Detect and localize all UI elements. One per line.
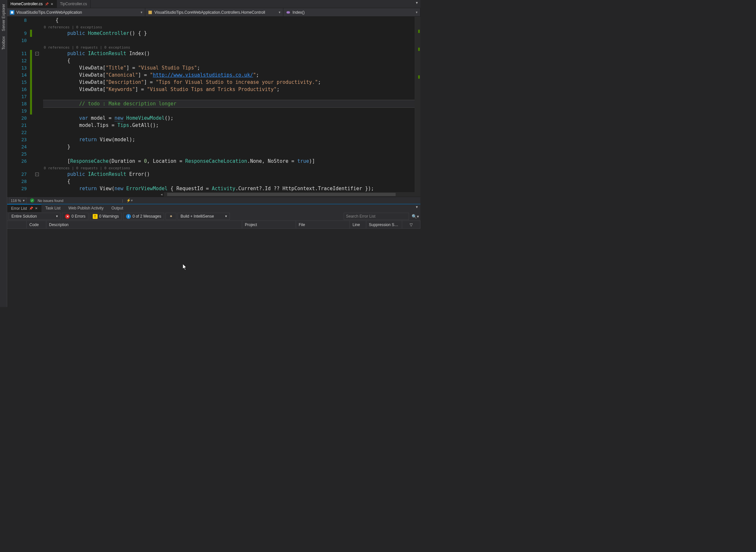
issues-label: No issues found: [37, 199, 63, 202]
line-number: 10: [7, 38, 30, 43]
method-icon: [286, 10, 291, 15]
chevron-down-icon: ▼: [140, 11, 143, 14]
chevron-down-icon: ▼: [278, 11, 281, 14]
file-tab-label: TipController.cs: [60, 2, 87, 6]
panel-tab-label: Error List: [11, 206, 27, 211]
col-project[interactable]: Project: [242, 221, 296, 228]
tab-overflow-icon[interactable]: ▼: [415, 1, 419, 5]
error-list-body: [7, 229, 420, 307]
chevron-down-icon: ▼: [415, 11, 418, 14]
nav-member-dropdown[interactable]: Index() ▼: [283, 8, 420, 16]
line-number: 14: [7, 73, 30, 78]
gutter: 8 9 10 11− 12 13 14 15 16 17 18 19 20 21…: [7, 17, 43, 197]
chevron-down-icon: ▼: [22, 199, 25, 202]
zoom-label: 118 %: [11, 199, 21, 202]
panel-tab-output[interactable]: Output: [107, 204, 127, 212]
fold-icon[interactable]: −: [35, 172, 39, 176]
nav-scope-dropdown[interactable]: VisualStudioTips.CoreWebApplication ▼: [7, 8, 145, 16]
nav-type-dropdown[interactable]: VisualStudioTips.CoreWebApplication.Cont…: [145, 8, 283, 16]
col-suppression[interactable]: Suppression S…: [366, 221, 402, 228]
line-number: 24: [7, 144, 30, 149]
codelens[interactable]: 0 references | 0 exceptions: [44, 25, 102, 29]
col-empty[interactable]: [7, 221, 27, 228]
panel-tab-label: Output: [111, 206, 123, 211]
col-file[interactable]: File: [296, 221, 350, 228]
error-icon: ✕: [65, 214, 70, 219]
errors-count: 0 Errors: [72, 214, 86, 219]
col-code[interactable]: Code: [27, 221, 46, 228]
close-icon[interactable]: ✕: [35, 206, 37, 210]
vertical-scrollbar[interactable]: [415, 17, 420, 197]
scrollbar-thumb[interactable]: [167, 193, 396, 196]
messages-toggle[interactable]: i 0 of 2 Messages: [123, 213, 164, 220]
line-number: 12: [7, 58, 30, 63]
code-area[interactable]: { 0 references | 0 exceptions public Hom…: [43, 17, 420, 197]
file-tab-label: HomeController.cs: [10, 2, 43, 6]
search-input[interactable]: Search Error List: [344, 213, 409, 220]
messages-count: 0 of 2 Messages: [132, 214, 161, 219]
info-icon: i: [126, 214, 131, 219]
col-line[interactable]: Line: [350, 221, 366, 228]
codelens[interactable]: 0 references | 0 requests | 0 exceptions: [44, 166, 130, 170]
line-number: 16: [7, 87, 30, 92]
code-editor[interactable]: ⇆ 8 9 10 11− 12 13 14 15 16 17 18 19 20 …: [7, 17, 420, 197]
svg-rect-2: [148, 10, 152, 14]
line-number: 13: [7, 65, 30, 71]
line-number: 21: [7, 123, 30, 128]
panel-tab-web-publish[interactable]: Web Publish Activity: [64, 204, 107, 212]
line-number: 22: [7, 130, 30, 135]
line-number: 20: [7, 116, 30, 121]
editor-status-bar: 118 % ▼ ✓ No issues found | ⚡▾: [7, 197, 420, 204]
line-number: 17: [7, 94, 30, 99]
codelens[interactable]: 0 references | 0 requests | 0 exceptions: [44, 45, 130, 49]
panel-tab-task-list[interactable]: Task List: [41, 204, 65, 212]
chevron-down-icon: ▼: [56, 215, 59, 218]
line-number: 8: [7, 18, 30, 23]
clear-button[interactable]: ✦: [166, 213, 176, 220]
errors-toggle[interactable]: ✕ 0 Errors: [62, 213, 89, 220]
panel-tab-strip: Error List 📌 ✕ Task List Web Publish Act…: [7, 204, 420, 212]
col-description[interactable]: Description: [46, 221, 242, 228]
bottom-panel: Error List 📌 ✕ Task List Web Publish Act…: [7, 204, 420, 307]
url-link[interactable]: http://www.visualstudiotips.co.uk/: [153, 72, 253, 78]
file-tab-tip-controller[interactable]: TipController.cs: [57, 0, 91, 8]
line-number: 28: [7, 179, 30, 184]
horizontal-scrollbar[interactable]: ◀ ▶: [164, 192, 415, 197]
nav-scope-label: VisualStudioTips.CoreWebApplication: [16, 10, 82, 15]
sidebar-tool-tabs: Server Explorer Toolbox: [0, 0, 7, 307]
fold-icon[interactable]: −: [35, 52, 39, 55]
build-mode-dropdown[interactable]: Build + IntelliSense ▼: [178, 213, 230, 220]
scope-dropdown[interactable]: Entire Solution ▼: [8, 213, 61, 220]
line-number: 27: [7, 172, 30, 177]
panel-tab-label: Web Publish Activity: [68, 206, 103, 211]
search-icon[interactable]: 🔍▾: [412, 214, 419, 219]
svg-rect-1: [11, 11, 13, 13]
side-tab-toolbox[interactable]: Toolbox: [1, 34, 7, 52]
zoom-dropdown[interactable]: 118 % ▼: [9, 198, 27, 203]
line-number: 25: [7, 151, 30, 157]
side-tab-server-explorer[interactable]: Server Explorer: [1, 1, 7, 34]
lightning-icon[interactable]: ⚡▾: [126, 198, 133, 202]
error-list-header: Code Description Project File Line Suppr…: [7, 221, 420, 229]
line-number: 15: [7, 80, 30, 85]
file-tab-strip: HomeController.cs 📌 ✕ TipController.cs ▼: [7, 0, 420, 8]
scope-label: Entire Solution: [11, 214, 37, 219]
line-number: 29: [7, 186, 30, 191]
warning-icon: !: [93, 214, 98, 219]
line-number: 19: [7, 108, 30, 114]
panel-overflow-icon[interactable]: ▼: [415, 205, 419, 209]
filter-icon: ▽: [410, 223, 413, 227]
line-number: 9: [7, 31, 30, 36]
svg-rect-3: [287, 11, 290, 13]
pin-icon[interactable]: 📌: [45, 2, 48, 6]
filter-button[interactable]: ▽: [402, 221, 420, 228]
class-icon: [148, 10, 152, 15]
close-icon[interactable]: ✕: [50, 2, 53, 6]
file-tab-home-controller[interactable]: HomeController.cs 📌 ✕: [7, 0, 57, 8]
panel-tab-error-list[interactable]: Error List 📌 ✕: [7, 204, 41, 212]
pin-icon[interactable]: 📌: [29, 206, 33, 210]
warnings-toggle[interactable]: ! 0 Warnings: [90, 213, 122, 220]
scroll-left-icon[interactable]: ◀: [159, 192, 164, 197]
chevron-down-icon: ▼: [225, 215, 227, 218]
warnings-count: 0 Warnings: [99, 214, 119, 219]
